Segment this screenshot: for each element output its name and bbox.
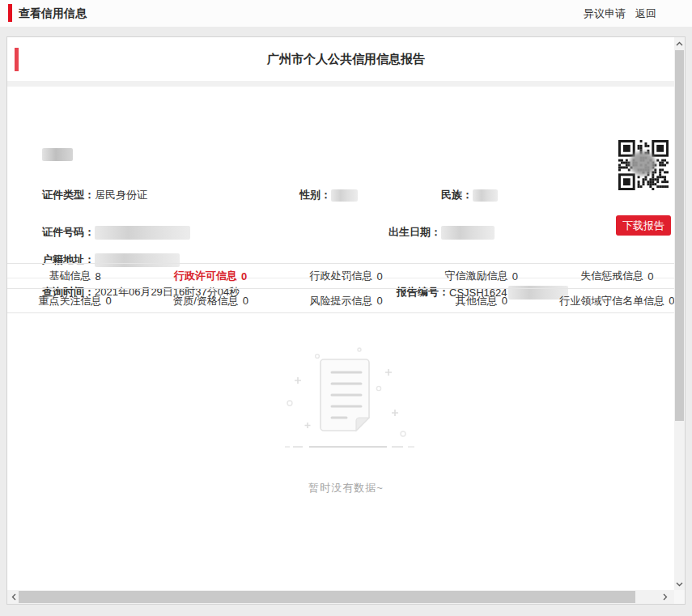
cert-number-label: 证件号码：	[42, 225, 95, 240]
birth-date-redacted-value	[441, 226, 495, 240]
tab-honesty-incentive[interactable]: 守信激励信息 0	[414, 264, 549, 288]
personal-info-section: 证件类型： 居民身份证 性别： 民族： 证件号码： 出生日期： 户籍地址：	[7, 87, 685, 263]
report-scroll-area: 广州市个人公共信用信息报告 证件类型： 居民身份证 性别： 民族： 证件号码：	[7, 37, 685, 604]
tab-count: 0	[376, 270, 382, 283]
tab-count: 0	[243, 295, 248, 307]
tab-label: 守信激励信息	[445, 269, 508, 283]
topbar-links: 异议申请 返回	[584, 0, 656, 27]
gender-field: 性别：	[299, 188, 358, 202]
empty-state: 暂时没有数据~	[7, 338, 685, 495]
tab-other-info[interactable]: 其他信息 0	[414, 289, 549, 312]
cert-number-field: 证件号码：	[42, 225, 190, 240]
birth-date-label: 出生日期：	[388, 225, 441, 240]
cert-type-field: 证件类型： 居民身份证	[42, 188, 147, 202]
dispute-application-link[interactable]: 异议申请	[584, 6, 626, 21]
scroll-right-arrow-icon[interactable]	[659, 590, 671, 604]
tab-count: 0	[647, 270, 653, 283]
report-title: 广州市个人公共信用信息报告	[7, 37, 685, 81]
name-redacted-value	[42, 148, 73, 161]
title-accent-bar	[8, 4, 12, 22]
tab-qualification[interactable]: 资质/资格信息 0	[142, 289, 278, 312]
tab-dishonesty-punishment[interactable]: 失信惩戒信息 0	[550, 264, 685, 288]
tab-admin-penalty[interactable]: 行政处罚信息 0	[278, 264, 414, 288]
cert-number-redacted-value	[95, 226, 190, 240]
horizontal-scrollbar-thumb[interactable]	[19, 591, 635, 603]
gender-redacted-value	[331, 189, 358, 202]
tab-label: 其他信息	[456, 294, 498, 308]
tab-industry-honesty-list[interactable]: 行业领域守信名单信息 0	[550, 289, 685, 312]
tab-label: 风险提示信息	[309, 294, 372, 308]
qr-code	[618, 140, 669, 190]
section-divider-band	[7, 81, 685, 87]
cert-type-value: 居民身份证	[95, 188, 147, 202]
tab-label: 行政处罚信息	[309, 269, 372, 283]
tab-label: 行业领域守信名单信息	[559, 294, 664, 308]
tab-row-2: 重点关注信息 0 资质/资格信息 0 风险提示信息 0 其他信息 0 行业领域守…	[7, 288, 685, 313]
tab-count: 0	[106, 295, 112, 307]
page-title: 查看信用信息	[19, 0, 87, 27]
scrollbar-corner	[674, 590, 685, 604]
category-tabs: 基础信息 8 行政许可信息 0 行政处罚信息 0 守信激励信息 0 失信惩戒信息	[7, 263, 685, 313]
cert-type-label: 证件类型：	[42, 188, 95, 202]
tab-count: 0	[512, 270, 518, 283]
birth-date-field: 出生日期：	[388, 225, 495, 240]
report-panel: 广州市个人公共信用信息报告 证件类型： 居民身份证 性别： 民族： 证件号码：	[6, 36, 686, 605]
vertical-scrollbar[interactable]	[674, 37, 685, 590]
tab-count: 0	[241, 270, 247, 283]
tab-row-1: 基础信息 8 行政许可信息 0 行政处罚信息 0 守信激励信息 0 失信惩戒信息	[7, 263, 685, 288]
tab-label: 行政许可信息	[174, 269, 237, 283]
empty-state-message: 暂时没有数据~	[7, 481, 685, 495]
scroll-up-arrow-icon[interactable]	[674, 37, 685, 49]
tab-basic-info[interactable]: 基础信息 8	[7, 264, 142, 288]
tab-risk-alert[interactable]: 风险提示信息 0	[278, 289, 414, 312]
tab-count: 0	[502, 295, 507, 307]
tab-key-attention[interactable]: 重点关注信息 0	[7, 289, 142, 312]
tab-count: 8	[96, 270, 101, 283]
tab-label: 重点关注信息	[39, 294, 102, 308]
tab-label: 基础信息	[49, 269, 91, 283]
ethnicity-redacted-value	[473, 189, 498, 202]
tab-label: 资质/资格信息	[172, 294, 239, 308]
gender-label: 性别：	[299, 188, 331, 202]
tab-label: 失信惩戒信息	[580, 269, 643, 283]
empty-document-illustration	[265, 338, 427, 468]
back-link[interactable]: 返回	[635, 6, 656, 21]
ethnicity-label: 民族：	[441, 188, 473, 202]
vertical-scrollbar-thumb[interactable]	[675, 50, 684, 421]
horizontal-scrollbar[interactable]	[7, 590, 674, 604]
topbar: 查看信用信息 异议申请 返回	[0, 0, 692, 27]
scroll-left-arrow-icon[interactable]	[7, 590, 19, 604]
ethnicity-field: 民族：	[441, 188, 498, 202]
scroll-down-arrow-icon[interactable]	[674, 578, 685, 590]
report-title-card: 广州市个人公共信用信息报告	[7, 37, 685, 81]
download-report-button[interactable]: 下载报告	[616, 215, 671, 236]
tab-count: 0	[376, 295, 382, 307]
tab-admin-license[interactable]: 行政许可信息 0	[142, 264, 278, 288]
